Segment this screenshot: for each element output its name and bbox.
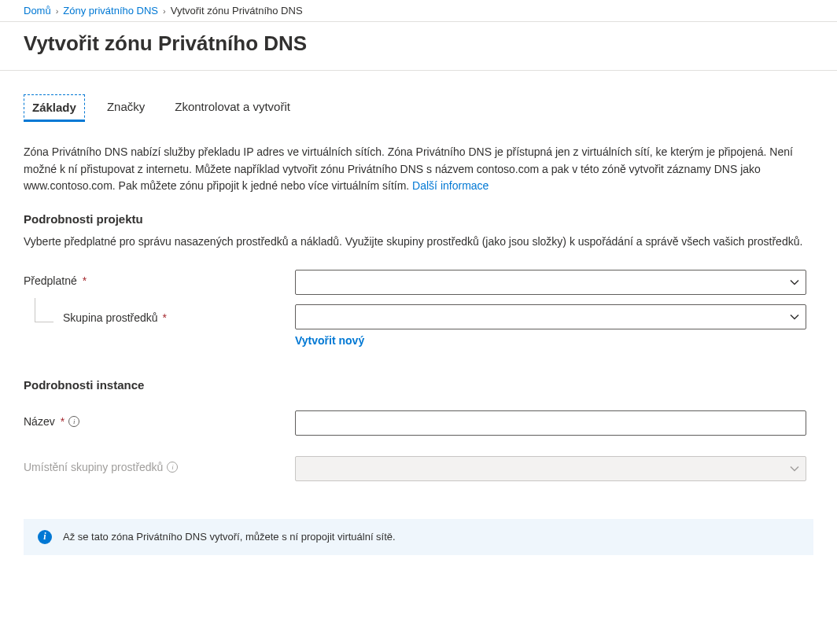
tab-tags[interactable]: Značky — [99, 94, 153, 122]
description-text: Zóna Privátního DNS nabízí služby překla… — [24, 144, 813, 195]
name-input[interactable] — [295, 410, 806, 436]
tree-connector — [24, 309, 63, 333]
required-indicator: * — [61, 415, 65, 428]
learn-more-link[interactable]: Další informace — [412, 179, 489, 192]
subscription-dropdown[interactable] — [295, 270, 806, 295]
chevron-down-icon — [790, 312, 799, 322]
resource-group-location-dropdown — [295, 456, 806, 481]
breadcrumb-zones-link[interactable]: Zóny privátního DNS — [63, 5, 158, 17]
resource-group-location-label: Umístění skupiny prostředků — [24, 461, 163, 473]
subscription-label: Předplatné — [24, 274, 77, 287]
info-banner-text: Až se tato zóna Privátního DNS vytvoří, … — [63, 531, 396, 543]
chevron-right-icon: › — [163, 6, 166, 16]
info-icon[interactable]: i — [68, 416, 79, 427]
description-body: Zóna Privátního DNS nabízí služby překla… — [24, 145, 793, 192]
info-icon[interactable]: i — [167, 462, 178, 473]
project-details-heading: Podrobnosti projektu — [24, 212, 813, 226]
tabs: Základy Značky Zkontrolovat a vytvořit — [24, 94, 813, 122]
required-indicator: * — [83, 274, 87, 287]
chevron-right-icon: › — [56, 6, 59, 16]
resource-group-dropdown[interactable] — [295, 304, 806, 329]
instance-details-heading: Podrobnosti instance — [24, 378, 813, 392]
tab-basics[interactable]: Základy — [24, 94, 85, 122]
breadcrumb: Domů › Zóny privátního DNS › Vytvořit zó… — [0, 0, 837, 22]
chevron-down-icon — [790, 464, 799, 473]
resource-group-label: Skupina prostředků — [63, 311, 158, 324]
create-new-resource-group-link[interactable]: Vytvořit nový — [295, 334, 364, 347]
project-details-text: Vyberte předplatné pro správu nasazených… — [24, 234, 813, 251]
info-banner: i Až se tato zóna Privátního DNS vytvoří… — [24, 519, 813, 555]
page-title: Vytvořit zónu Privátního DNS — [0, 22, 837, 71]
breadcrumb-current: Vytvořit zónu Privátního DNS — [171, 5, 303, 17]
chevron-down-icon — [790, 278, 799, 287]
info-icon: i — [38, 530, 52, 544]
breadcrumb-home-link[interactable]: Domů — [24, 5, 51, 17]
required-indicator: * — [160, 311, 167, 324]
tab-review-create[interactable]: Zkontrolovat a vytvořit — [167, 94, 298, 122]
name-label: Název — [24, 415, 55, 428]
